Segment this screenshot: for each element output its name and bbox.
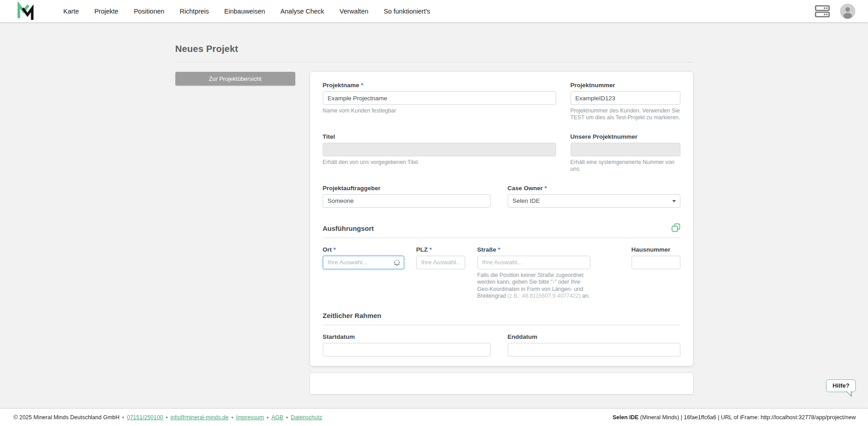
field-case-owner: Case Owner * Selen IDE [508,185,680,208]
field-startdatum: Startdatum [323,333,491,356]
footer-email-link[interactable]: info@mineral-minds.de [170,414,229,421]
strasse-input[interactable] [477,256,590,269]
required-asterisk: * [498,246,500,253]
strasse-label: Straße * [477,246,590,253]
brand-logo-icon[interactable] [15,2,35,21]
ausfuehrungsort-divider [323,238,680,238]
projektnummer-input[interactable] [571,91,680,105]
main-nav: Karte Projekte Positionen Richtpreis Ein… [63,8,430,15]
unsere-projektnummer-label: Unsere Projektnummer [571,133,680,140]
strasse-helper: Falls die Position keiner Straße zugeord… [477,272,590,300]
page-title: Neues Projekt [175,43,693,54]
title-divider [175,62,693,62]
enddatum-label: Enddatum [508,333,680,340]
footer-left: © 2025 Mineral Minds Deutschland GmbH • … [14,414,322,421]
nav-item-so-funktionierts[interactable]: So funktioniert's [384,8,430,15]
startdatum-label: Startdatum [323,333,491,340]
loading-spinner-icon [393,259,401,266]
next-form-card-partial [310,373,693,394]
field-projektname: Projektname * Name vom Kunden festlegbar [323,82,556,122]
hausnummer-input[interactable] [632,256,680,269]
projektname-input[interactable] [323,91,556,105]
nav-item-richtpreis[interactable]: Richtpreis [180,8,209,15]
nav-item-positionen[interactable]: Positionen [134,8,165,15]
case-owner-select[interactable]: Selen IDE [508,194,680,208]
help-button[interactable]: Hilfe? [826,379,856,392]
person-icon [840,4,855,19]
footer-separator: • [286,414,288,421]
projektnummer-helper: Projektnummer des Kunden. Verwenden Sie … [571,108,680,122]
field-plz: PLZ * [416,246,465,300]
plz-input[interactable] [416,256,465,269]
enddatum-input[interactable] [508,343,680,356]
topbar-right-actions [815,4,855,19]
dropdown-caret-icon [672,200,676,202]
field-unsere-projektnummer: Unsere Projektnummer Erhält eine systemg… [571,133,680,173]
footer-separator: • [231,414,233,421]
projektnummer-label: Projektnummer [571,82,680,89]
required-asterisk: * [544,185,547,192]
project-form-card: Projektname * Name vom Kunden festlegbar… [310,72,693,366]
field-hausnummer: Hausnummer [632,246,680,300]
top-navigation-bar: Karte Projekte Positionen Richtpreis Ein… [0,0,868,22]
server-icon[interactable] [815,5,830,18]
required-asterisk: * [334,246,336,253]
ort-input[interactable] [323,256,404,269]
nav-item-karte[interactable]: Karte [63,8,79,15]
footer-link-impressum[interactable]: Impressum [236,414,264,421]
titel-label: Titel [323,133,556,140]
copy-icon[interactable] [671,223,680,232]
titel-input [323,143,556,156]
main-content: Neues Projekt Zur Projektübersicht Proje… [175,22,693,394]
footer: © 2025 Mineral Minds Deutschland GmbH • … [0,409,868,426]
required-asterisk: * [429,246,432,253]
footer-phone-link[interactable]: 07151/250100 [127,414,163,421]
ort-label: Ort * [323,246,404,253]
unsere-projektnummer-helper: Erhält eine systemgenerierte Nummer von … [571,159,680,173]
hausnummer-label: Hausnummer [632,246,680,253]
projektname-helper: Name vom Kunden festlegbar [323,108,556,114]
nav-item-verwalten[interactable]: Verwalten [340,8,368,15]
field-enddatum: Enddatum [508,333,680,356]
startdatum-input[interactable] [323,343,491,356]
projektauftraggeber-input[interactable] [323,194,491,208]
footer-link-datenschutz[interactable]: Datenschutz [291,414,322,421]
field-projektauftraggeber: Projektauftraggeber [323,185,491,208]
nav-item-einbauweisen[interactable]: Einbauweisen [224,8,265,15]
projektauftraggeber-label: Projektauftraggeber [323,185,491,192]
footer-copyright: © 2025 Mineral Minds Deutschland GmbH [14,414,119,421]
zeitlicher-rahmen-heading: Zeitlicher Rahmen [323,312,382,319]
nav-item-projekte[interactable]: Projekte [94,8,118,15]
footer-separator: • [166,414,168,421]
footer-link-agb[interactable]: AGB [271,414,283,421]
unsere-projektnummer-input [571,143,680,156]
project-overview-button[interactable]: Zur Projektübersicht [175,72,295,85]
footer-separator: • [122,414,124,421]
footer-session-info: Selen IDE (Mineral Minds) | 16fae1ffc6a6… [613,414,856,421]
ausfuehrungsort-heading: Ausführungsort [323,225,374,232]
titel-helper: Erhält den von uns vorgegebenen Titel. [323,159,556,166]
field-titel: Titel Erhält den von uns vorgegebenen Ti… [323,133,556,173]
field-strasse: Straße * Falls die Position keiner Straß… [477,246,590,300]
footer-separator: • [267,414,269,421]
case-owner-value: Selen IDE [513,197,540,204]
nav-item-analyse-check[interactable]: Analyse Check [280,8,324,15]
field-ort: Ort * [323,246,404,300]
field-projektnummer: Projektnummer Projektnummer des Kunden. … [571,82,680,122]
plz-label: PLZ * [416,246,465,253]
user-avatar[interactable] [840,4,855,19]
case-owner-label: Case Owner * [508,185,680,192]
left-column: Zur Projektübersicht [175,72,295,85]
projektname-label: Projektname * [323,82,556,89]
zeitlicher-rahmen-divider [323,325,680,325]
required-asterisk: * [361,82,363,89]
